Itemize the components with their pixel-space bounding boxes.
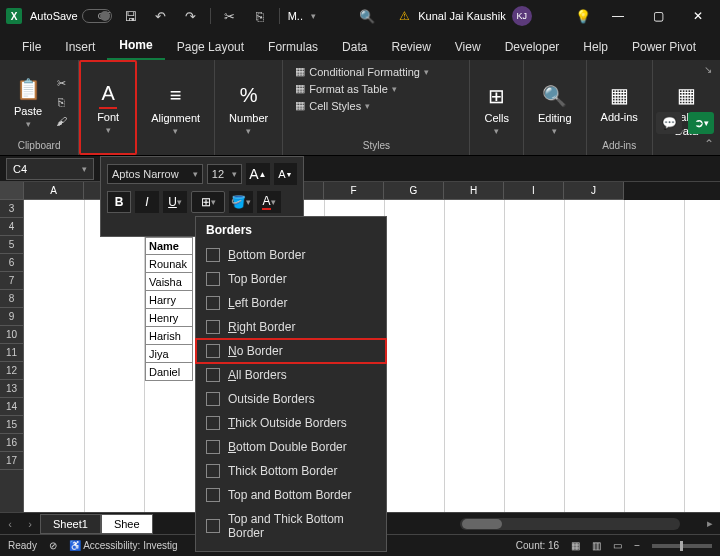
row-header[interactable]: 8 (0, 290, 23, 308)
row-header[interactable]: 11 (0, 344, 23, 362)
border-option[interactable]: Left Border (196, 291, 386, 315)
accessibility-status[interactable]: ♿ Accessibility: Investig (69, 540, 178, 551)
search-icon[interactable]: 🔍 (356, 5, 378, 27)
close-button[interactable]: ✕ (682, 2, 714, 30)
dialog-launcher-icon[interactable]: ↘ (704, 64, 712, 75)
row-header[interactable]: 14 (0, 398, 23, 416)
row-header[interactable]: 9 (0, 308, 23, 326)
column-header[interactable]: G (384, 182, 444, 200)
row-header[interactable]: 5 (0, 236, 23, 254)
maximize-button[interactable]: ▢ (642, 2, 674, 30)
border-option[interactable]: Top and Thick Bottom Border (196, 507, 386, 545)
bold-button[interactable]: B (107, 191, 131, 213)
paste-button[interactable]: 📋 Paste ▾ (8, 71, 48, 133)
tab-review[interactable]: Review (379, 34, 442, 60)
collapse-ribbon-icon[interactable]: ⌃ (704, 137, 714, 151)
font-name-select[interactable]: Aptos Narrow▾ (107, 164, 203, 184)
normal-view-icon[interactable]: ▦ (571, 540, 580, 551)
row-header[interactable]: 3 (0, 200, 23, 218)
tab-power-pivot[interactable]: Power Pivot (620, 34, 708, 60)
data-cell[interactable]: Jiya (145, 345, 193, 363)
data-cell[interactable]: Harry (145, 291, 193, 309)
cells-button[interactable]: ⊞ Cells▾ (478, 78, 514, 140)
italic-button[interactable]: I (135, 191, 159, 213)
row-header[interactable]: 17 (0, 452, 23, 470)
lightbulb-icon[interactable]: 💡 (572, 5, 594, 27)
sheet-tab[interactable]: Sheet1 (40, 514, 101, 534)
data-cell[interactable]: Rounak (145, 255, 193, 273)
data-cell[interactable]: Harish (145, 327, 193, 345)
conditional-formatting-button[interactable]: ▦Conditional Formatting▾ (291, 64, 433, 79)
sheet-tab-active[interactable]: Shee (101, 514, 153, 534)
zoom-slider[interactable] (652, 544, 712, 548)
zoom-out-icon[interactable]: − (634, 540, 640, 551)
border-option[interactable]: Bottom Border (196, 243, 386, 267)
sheet-prev-icon[interactable]: ‹ (0, 518, 20, 530)
minimize-button[interactable]: — (602, 2, 634, 30)
borders-button[interactable]: ⊞▾ (191, 191, 225, 213)
addins-button[interactable]: ▦ Add-ins (595, 77, 644, 127)
row-header[interactable]: 16 (0, 434, 23, 452)
data-cell[interactable]: Daniel (145, 363, 193, 381)
column-header[interactable]: H (444, 182, 504, 200)
tab-home[interactable]: Home (107, 32, 164, 60)
row-header[interactable]: 13 (0, 380, 23, 398)
column-header[interactable]: I (504, 182, 564, 200)
horizontal-scrollbar[interactable] (460, 518, 680, 530)
tab-page-layout[interactable]: Page Layout (165, 34, 256, 60)
font-button[interactable]: A Font ▾ (91, 77, 125, 139)
undo-icon[interactable]: ↶ (150, 5, 172, 27)
border-option[interactable]: All Borders (196, 363, 386, 387)
border-option[interactable]: Top and Bottom Border (196, 483, 386, 507)
tab-developer[interactable]: Developer (493, 34, 572, 60)
page-layout-icon[interactable]: ▥ (592, 540, 601, 551)
row-header[interactable]: 6 (0, 254, 23, 272)
cut-icon[interactable]: ✂ (52, 75, 70, 91)
column-header[interactable]: F (324, 182, 384, 200)
sheet-next-icon[interactable]: › (20, 518, 40, 530)
row-header[interactable]: 4 (0, 218, 23, 236)
save-icon[interactable]: 🖫 (120, 5, 142, 27)
page-break-icon[interactable]: ▭ (613, 540, 622, 551)
border-option[interactable]: Thick Bottom Border (196, 459, 386, 483)
fill-color-button[interactable]: 🪣▾ (229, 191, 253, 213)
border-option[interactable]: Thick Outside Borders (196, 411, 386, 435)
font-color-button[interactable]: A▾ (257, 191, 281, 213)
border-option[interactable]: Top Border (196, 267, 386, 291)
tab-formulas[interactable]: Formulas (256, 34, 330, 60)
row-header[interactable] (0, 182, 23, 200)
decrease-font-icon[interactable]: A▼ (274, 163, 297, 185)
row-header[interactable]: 12 (0, 362, 23, 380)
row-header[interactable]: 7 (0, 272, 23, 290)
tab-insert[interactable]: Insert (53, 34, 107, 60)
row-header[interactable]: 15 (0, 416, 23, 434)
tab-view[interactable]: View (443, 34, 493, 60)
autosave-toggle[interactable]: AutoSave Off (30, 9, 112, 23)
data-cell[interactable]: Vaisha (145, 273, 193, 291)
border-option[interactable]: Right Border (196, 315, 386, 339)
tab-help[interactable]: Help (571, 34, 620, 60)
data-cell[interactable]: Name (145, 237, 193, 255)
copy-icon[interactable]: ⎘ (249, 5, 271, 27)
column-header[interactable]: J (564, 182, 624, 200)
tab-data[interactable]: Data (330, 34, 379, 60)
cell-styles-button[interactable]: ▦Cell Styles▾ (291, 98, 374, 113)
number-button[interactable]: % Number ▾ (223, 78, 274, 140)
name-box[interactable]: C4▾ (6, 158, 94, 180)
increase-font-icon[interactable]: A▲ (246, 163, 269, 185)
share-button[interactable]: ➲▾ (688, 112, 714, 134)
tab-file[interactable]: File (10, 34, 53, 60)
cut-icon[interactable]: ✂ (219, 5, 241, 27)
column-header[interactable]: A (24, 182, 84, 200)
redo-icon[interactable]: ↷ (180, 5, 202, 27)
user-account[interactable]: Kunal Jai Kaushik KJ (418, 6, 531, 26)
font-size-select[interactable]: 12▾ (207, 164, 242, 184)
data-cell[interactable]: Henry (145, 309, 193, 327)
underline-button[interactable]: U▾ (163, 191, 187, 213)
border-option[interactable]: Bottom Double Border (196, 435, 386, 459)
border-option[interactable]: No Border (196, 339, 386, 363)
format-painter-icon[interactable]: 🖌 (52, 113, 70, 129)
alignment-button[interactable]: ≡ Alignment ▾ (145, 78, 206, 140)
border-option[interactable]: Outside Borders (196, 387, 386, 411)
copy-icon[interactable]: ⎘ (52, 94, 70, 110)
